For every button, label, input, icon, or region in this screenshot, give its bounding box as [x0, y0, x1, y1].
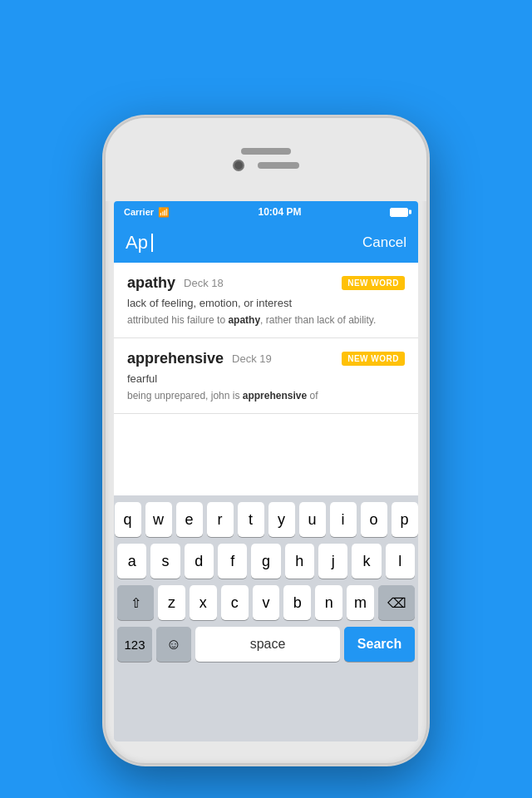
result-deck-2: Deck 19: [232, 352, 333, 365]
key-q[interactable]: q: [115, 502, 141, 537]
key-v[interactable]: v: [253, 585, 280, 620]
result-header-2: apprehensive Deck 19 NEW WORD: [127, 350, 405, 367]
key-b[interactable]: b: [283, 585, 311, 620]
result-definition-2: fearful: [127, 372, 405, 385]
key-g[interactable]: g: [251, 544, 280, 579]
key-h[interactable]: h: [285, 544, 314, 579]
phone-screen: Carrier 📶 10:04 PM Ap Cancel apa: [114, 201, 418, 741]
keyboard-row-1: q w e r t y u i o p: [117, 502, 415, 537]
result-definition-1: lack of feeling, emotion, or interest: [127, 297, 405, 309]
result-item-apprehensive[interactable]: apprehensive Deck 19 NEW WORD fearful be…: [114, 338, 418, 414]
space-key[interactable]: space: [195, 627, 340, 662]
key-l[interactable]: l: [386, 544, 415, 579]
search-bar[interactable]: Ap Cancel: [114, 223, 418, 263]
keyboard-row-4: 123 ☺ space Search: [117, 627, 415, 662]
cancel-button[interactable]: Cancel: [362, 234, 406, 251]
key-k[interactable]: k: [352, 544, 381, 579]
phone-speaker: [241, 148, 291, 155]
keyboard: q w e r t y u i o p a s d f g h j k: [114, 495, 418, 741]
result-example-2: being unprepared, john is apprehensive o…: [127, 389, 405, 403]
result-word-1: apathy: [127, 274, 175, 292]
battery-icon: [390, 208, 408, 217]
search-cursor: [151, 234, 153, 252]
results-list: apathy Deck 18 NEW WORD lack of feeling,…: [114, 263, 418, 495]
result-example-bold-1: apathy: [228, 314, 260, 326]
status-left: Carrier 📶: [124, 207, 170, 218]
phone-mic: [258, 162, 299, 169]
new-word-badge-2: NEW WORD: [342, 352, 405, 366]
result-word-2: apprehensive: [127, 350, 224, 367]
key-n[interactable]: n: [315, 585, 342, 620]
delete-key[interactable]: ⌫: [378, 585, 415, 620]
key-m[interactable]: m: [347, 585, 374, 620]
search-key[interactable]: Search: [344, 627, 415, 662]
key-p[interactable]: p: [392, 502, 418, 537]
result-example-bold-2: apprehensive: [243, 390, 307, 401]
keyboard-row-3: ⇧ z x c v b n m ⌫: [117, 585, 415, 620]
carrier-label: Carrier: [124, 207, 154, 217]
key-y[interactable]: y: [268, 502, 295, 537]
status-right: [390, 208, 408, 217]
key-t[interactable]: t: [238, 502, 264, 537]
result-deck-1: Deck 18: [184, 277, 333, 289]
key-r[interactable]: r: [207, 502, 234, 537]
keyboard-row-2: a s d f g h j k l: [117, 544, 415, 579]
key-j[interactable]: j: [318, 544, 347, 579]
phone-camera: [233, 160, 244, 171]
key-d[interactable]: d: [185, 544, 214, 579]
status-time: 10:04 PM: [259, 206, 302, 218]
phone-top-bezel: [106, 118, 426, 201]
key-e[interactable]: e: [176, 502, 203, 537]
num-key[interactable]: 123: [117, 627, 152, 662]
result-item-apathy[interactable]: apathy Deck 18 NEW WORD lack of feeling,…: [114, 263, 418, 338]
phone-camera-row: [233, 160, 299, 171]
key-s[interactable]: s: [150, 544, 180, 579]
search-query-text: Ap: [126, 232, 148, 254]
key-f[interactable]: f: [218, 544, 247, 579]
search-input-area[interactable]: Ap: [126, 232, 153, 254]
key-w[interactable]: w: [145, 502, 172, 537]
key-a[interactable]: a: [117, 544, 146, 579]
wifi-icon: 📶: [158, 207, 170, 218]
status-bar: Carrier 📶 10:04 PM: [114, 201, 418, 223]
key-u[interactable]: u: [299, 502, 326, 537]
new-word-badge-1: NEW WORD: [342, 276, 405, 290]
shift-key[interactable]: ⇧: [117, 585, 154, 620]
battery-fill: [391, 209, 407, 216]
key-c[interactable]: c: [221, 585, 249, 620]
emoji-key[interactable]: ☺: [156, 627, 191, 662]
result-header-1: apathy Deck 18 NEW WORD: [127, 274, 405, 292]
key-i[interactable]: i: [330, 502, 357, 537]
key-o[interactable]: o: [361, 502, 387, 537]
key-z[interactable]: z: [158, 585, 185, 620]
result-example-1: attributed his failure to apathy, rather…: [127, 313, 405, 328]
phone-shell: Carrier 📶 10:04 PM Ap Cancel apa: [104, 116, 428, 765]
key-x[interactable]: x: [190, 585, 217, 620]
